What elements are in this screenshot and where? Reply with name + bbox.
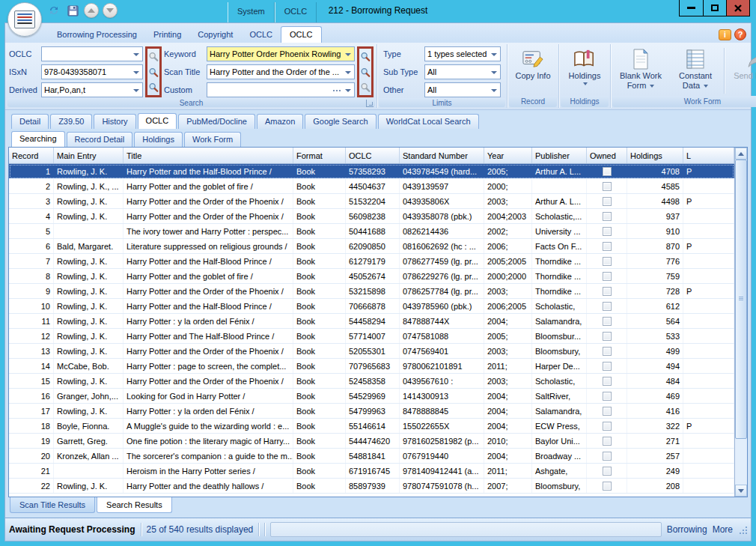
owned-checkbox[interactable] — [603, 467, 612, 476]
resize-grip-icon[interactable] — [738, 525, 747, 534]
table-row[interactable]: 4Rowling, J. K.Harry Potter and the Orde… — [9, 209, 734, 224]
search-isxn-button[interactable] — [148, 65, 159, 79]
copy-info-button[interactable]: Copy Info — [510, 46, 555, 95]
keyword-field[interactable]: Harry Potter Order Phoenix Rowling — [207, 46, 355, 61]
tip-icon[interactable]: i — [719, 29, 731, 40]
owned-checkbox[interactable] — [603, 347, 612, 356]
owned-checkbox[interactable] — [603, 392, 612, 401]
owned-checkbox[interactable] — [603, 317, 612, 326]
chevron-down-icon[interactable] — [345, 53, 351, 56]
table-row[interactable]: 9Rowling, J. K.Harry Potter and the Orde… — [9, 284, 734, 299]
scrollbar-track[interactable] — [735, 160, 747, 485]
table-row[interactable]: 5The ivory tower and Harry Potter : pers… — [9, 224, 734, 239]
chevron-down-icon[interactable] — [345, 71, 351, 74]
ribbon-tab-oclc[interactable]: OCLC — [241, 27, 281, 43]
owned-checkbox[interactable] — [603, 212, 612, 221]
save-icon[interactable] — [65, 3, 80, 18]
column-header-publisher[interactable]: Publisher — [532, 148, 587, 163]
chevron-down-icon[interactable] — [133, 89, 139, 92]
contextual-tab-oclc[interactable]: OCLC — [275, 2, 317, 22]
owned-checkbox[interactable] — [603, 167, 612, 176]
column-header-record[interactable]: Record — [9, 148, 54, 163]
table-row[interactable]: 2Rowling, J. K., ...Harry Potter and the… — [9, 179, 734, 194]
next-request-icon[interactable] — [103, 3, 118, 18]
minimize-button[interactable] — [680, 0, 703, 16]
owned-checkbox[interactable] — [603, 332, 612, 341]
owned-checkbox[interactable] — [603, 197, 612, 206]
ribbon-tab-copyright[interactable]: Copyright — [189, 27, 241, 43]
contextual-tab-system[interactable]: System — [228, 2, 275, 22]
table-row[interactable]: 15Rowling, J. K.Harry Potter and the Ord… — [9, 374, 734, 389]
table-row[interactable]: 7Rowling, J. K.Harry Potter and the Half… — [9, 254, 734, 269]
chevron-down-icon[interactable] — [491, 53, 497, 56]
chevron-down-icon[interactable] — [345, 89, 351, 92]
sub-type-field[interactable]: All — [424, 64, 501, 79]
owned-checkbox[interactable] — [603, 437, 612, 446]
table-row[interactable]: 10Rowling, J. K.Harry Potter and the Hal… — [9, 299, 734, 314]
send-request-button[interactable]: Send Request — [728, 46, 756, 95]
table-row[interactable]: 6Bald, Margaret.Literature suppressed on… — [9, 239, 734, 254]
table-row[interactable]: 17Rowling, J. K.Harry Potter : y la orde… — [9, 404, 734, 419]
scroll-up-icon[interactable] — [735, 148, 747, 160]
owned-checkbox[interactable] — [603, 242, 612, 251]
previous-request-icon[interactable] — [84, 3, 99, 18]
application-menu-button[interactable] — [7, 2, 42, 37]
ribbon-tab-printing[interactable]: Printing — [145, 27, 189, 43]
chevron-down-icon[interactable] — [133, 53, 139, 56]
column-header-title[interactable]: Title — [124, 148, 293, 163]
tab-history[interactable]: History — [94, 114, 135, 129]
owned-checkbox[interactable] — [603, 302, 612, 311]
table-row[interactable]: 3Rowling, J. K.Harry Potter and the Orde… — [9, 194, 734, 209]
borrowing-link[interactable]: Borrowing — [667, 524, 707, 535]
scan-title-field[interactable]: Harry Potter and the Order of the ... — [207, 64, 355, 79]
owned-checkbox[interactable] — [603, 182, 612, 191]
table-row[interactable]: 19Garrett, Greg.One fine potion : the li… — [9, 434, 734, 449]
ribbon-tab-borrowing-processing[interactable]: Borrowing Processing — [49, 27, 145, 43]
help-icon[interactable]: ? — [734, 28, 746, 40]
table-row[interactable]: 16Granger, John,...Looking for God in Ha… — [9, 389, 734, 404]
other-field[interactable]: All — [424, 82, 501, 97]
table-row[interactable]: 14McCabe, Bob.Harry Potter : page to scr… — [9, 359, 734, 374]
search-oclc-button[interactable] — [148, 49, 159, 64]
bottom-tab-search-results[interactable]: Search Results — [97, 497, 172, 513]
tab-detail[interactable]: Detail — [11, 114, 49, 129]
owned-checkbox[interactable] — [603, 422, 612, 431]
owned-checkbox[interactable] — [603, 287, 612, 296]
table-row[interactable]: 13Rowling, J. K.Harry Potter and the Ord… — [9, 344, 734, 359]
search-keyword-button[interactable] — [360, 49, 371, 64]
tab-z39-50[interactable]: Z39.50 — [50, 114, 92, 129]
table-row[interactable]: 12Rowling, J. K.Harry Potter and The Hal… — [9, 329, 734, 344]
owned-checkbox[interactable] — [603, 452, 612, 461]
oclc-field[interactable] — [41, 46, 143, 61]
subtab-holdings[interactable]: Holdings — [134, 132, 183, 147]
derived-field[interactable]: Har,Po,an,t — [41, 82, 143, 97]
owned-checkbox[interactable] — [603, 227, 612, 236]
column-header-main-entry[interactable]: Main Entry — [54, 148, 124, 163]
tab-oclc[interactable]: OCLC — [138, 113, 177, 129]
blank-work-form-button[interactable]: Blank Work Form — [614, 46, 668, 95]
scroll-down-icon[interactable] — [735, 485, 747, 497]
subtab-searching[interactable]: Searching — [11, 131, 65, 147]
search-derived-button[interactable] — [148, 80, 159, 94]
ellipsis-icon[interactable] — [333, 90, 342, 92]
column-header-holdings[interactable]: Holdings — [627, 148, 683, 163]
search-scan-title-button[interactable] — [360, 65, 371, 79]
table-row[interactable]: 18Boyle, Fionna.A Muggle's guide to the … — [9, 419, 734, 434]
holdings-button[interactable]: Holdings — [562, 46, 607, 95]
table-row[interactable]: 22Rowling, J. K.Harry Potter and the dea… — [9, 479, 734, 494]
bottom-tab-scan-title-results[interactable]: Scan Title Results — [10, 497, 95, 513]
custom-field[interactable] — [207, 82, 355, 97]
subtab-work-form[interactable]: Work Form — [184, 132, 241, 147]
column-header-format[interactable]: Format — [293, 148, 346, 163]
vertical-scrollbar[interactable] — [734, 148, 747, 497]
search-dialog-launcher-icon[interactable] — [366, 100, 374, 107]
close-button[interactable] — [726, 0, 749, 16]
tab-google-search[interactable]: Google Search — [305, 114, 376, 129]
table-row[interactable]: 11Rowling, J. K.Harry Potter : y la orde… — [9, 314, 734, 329]
table-row[interactable]: 21Heroism in the Harry Potter series /Bo… — [9, 464, 734, 479]
more-link[interactable]: More — [713, 524, 733, 535]
type-field[interactable]: 1 types selected — [424, 46, 501, 61]
scrollbar-thumb[interactable] — [735, 160, 747, 439]
owned-checkbox[interactable] — [603, 362, 612, 371]
table-row[interactable]: 1Rowling, J. K.Harry Potter and the Half… — [9, 164, 734, 179]
